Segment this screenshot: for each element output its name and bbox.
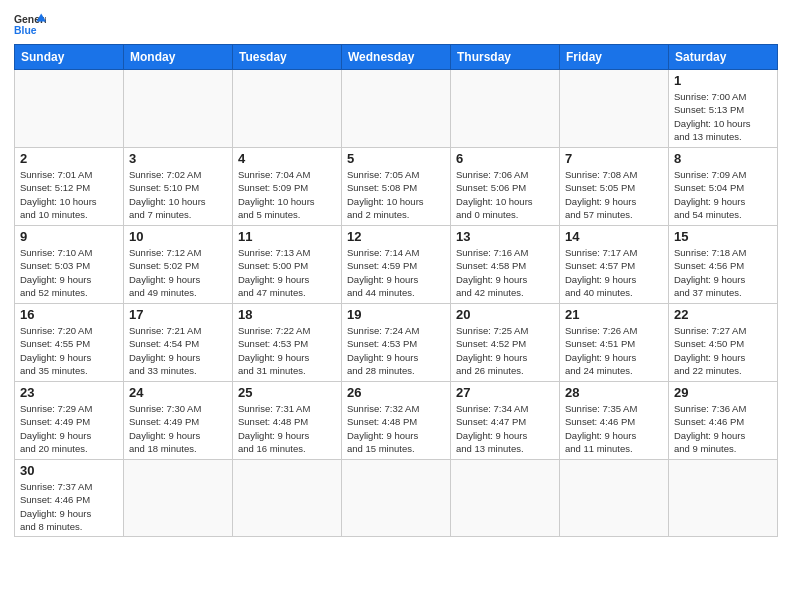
day-info: Sunrise: 7:24 AMSunset: 4:53 PMDaylight:… [347,324,445,377]
calendar-cell: 10Sunrise: 7:12 AMSunset: 5:02 PMDayligh… [124,226,233,304]
calendar-cell: 22Sunrise: 7:27 AMSunset: 4:50 PMDayligh… [669,304,778,382]
day-number: 1 [674,73,772,88]
calendar-cell [342,460,451,537]
day-number: 22 [674,307,772,322]
day-info: Sunrise: 7:08 AMSunset: 5:05 PMDaylight:… [565,168,663,221]
calendar: SundayMondayTuesdayWednesdayThursdayFrid… [14,44,778,537]
day-number: 3 [129,151,227,166]
day-number: 23 [20,385,118,400]
calendar-cell: 18Sunrise: 7:22 AMSunset: 4:53 PMDayligh… [233,304,342,382]
day-number: 7 [565,151,663,166]
day-number: 29 [674,385,772,400]
day-info: Sunrise: 7:04 AMSunset: 5:09 PMDaylight:… [238,168,336,221]
day-info: Sunrise: 7:18 AMSunset: 4:56 PMDaylight:… [674,246,772,299]
calendar-cell [451,460,560,537]
day-info: Sunrise: 7:14 AMSunset: 4:59 PMDaylight:… [347,246,445,299]
day-number: 4 [238,151,336,166]
day-info: Sunrise: 7:32 AMSunset: 4:48 PMDaylight:… [347,402,445,455]
calendar-cell: 5Sunrise: 7:05 AMSunset: 5:08 PMDaylight… [342,148,451,226]
calendar-cell: 4Sunrise: 7:04 AMSunset: 5:09 PMDaylight… [233,148,342,226]
calendar-cell: 28Sunrise: 7:35 AMSunset: 4:46 PMDayligh… [560,382,669,460]
day-number: 15 [674,229,772,244]
calendar-cell [669,460,778,537]
calendar-cell [560,70,669,148]
weekday-wednesday: Wednesday [342,45,451,70]
calendar-cell: 12Sunrise: 7:14 AMSunset: 4:59 PMDayligh… [342,226,451,304]
day-info: Sunrise: 7:37 AMSunset: 4:46 PMDaylight:… [20,480,118,533]
day-info: Sunrise: 7:20 AMSunset: 4:55 PMDaylight:… [20,324,118,377]
day-number: 26 [347,385,445,400]
day-info: Sunrise: 7:13 AMSunset: 5:00 PMDaylight:… [238,246,336,299]
day-number: 28 [565,385,663,400]
week-row-3: 9Sunrise: 7:10 AMSunset: 5:03 PMDaylight… [15,226,778,304]
svg-text:Blue: Blue [14,25,37,36]
day-info: Sunrise: 7:31 AMSunset: 4:48 PMDaylight:… [238,402,336,455]
calendar-cell: 20Sunrise: 7:25 AMSunset: 4:52 PMDayligh… [451,304,560,382]
day-number: 25 [238,385,336,400]
day-number: 11 [238,229,336,244]
header: General Blue [14,10,778,38]
calendar-cell: 23Sunrise: 7:29 AMSunset: 4:49 PMDayligh… [15,382,124,460]
week-row-1: 1Sunrise: 7:00 AMSunset: 5:13 PMDaylight… [15,70,778,148]
weekday-friday: Friday [560,45,669,70]
day-number: 30 [20,463,118,478]
day-number: 2 [20,151,118,166]
calendar-cell: 9Sunrise: 7:10 AMSunset: 5:03 PMDaylight… [15,226,124,304]
calendar-cell: 17Sunrise: 7:21 AMSunset: 4:54 PMDayligh… [124,304,233,382]
day-info: Sunrise: 7:01 AMSunset: 5:12 PMDaylight:… [20,168,118,221]
calendar-cell [233,70,342,148]
calendar-cell [124,70,233,148]
day-number: 8 [674,151,772,166]
day-number: 20 [456,307,554,322]
day-info: Sunrise: 7:34 AMSunset: 4:47 PMDaylight:… [456,402,554,455]
weekday-header-row: SundayMondayTuesdayWednesdayThursdayFrid… [15,45,778,70]
calendar-cell: 16Sunrise: 7:20 AMSunset: 4:55 PMDayligh… [15,304,124,382]
calendar-cell: 24Sunrise: 7:30 AMSunset: 4:49 PMDayligh… [124,382,233,460]
calendar-cell [124,460,233,537]
day-info: Sunrise: 7:25 AMSunset: 4:52 PMDaylight:… [456,324,554,377]
day-info: Sunrise: 7:36 AMSunset: 4:46 PMDaylight:… [674,402,772,455]
day-number: 24 [129,385,227,400]
calendar-cell: 11Sunrise: 7:13 AMSunset: 5:00 PMDayligh… [233,226,342,304]
weekday-thursday: Thursday [451,45,560,70]
day-number: 6 [456,151,554,166]
calendar-cell: 8Sunrise: 7:09 AMSunset: 5:04 PMDaylight… [669,148,778,226]
day-info: Sunrise: 7:22 AMSunset: 4:53 PMDaylight:… [238,324,336,377]
calendar-cell: 6Sunrise: 7:06 AMSunset: 5:06 PMDaylight… [451,148,560,226]
week-row-5: 23Sunrise: 7:29 AMSunset: 4:49 PMDayligh… [15,382,778,460]
calendar-cell: 13Sunrise: 7:16 AMSunset: 4:58 PMDayligh… [451,226,560,304]
weekday-tuesday: Tuesday [233,45,342,70]
calendar-cell: 30Sunrise: 7:37 AMSunset: 4:46 PMDayligh… [15,460,124,537]
calendar-cell [560,460,669,537]
weekday-sunday: Sunday [15,45,124,70]
week-row-4: 16Sunrise: 7:20 AMSunset: 4:55 PMDayligh… [15,304,778,382]
calendar-cell [233,460,342,537]
calendar-cell: 21Sunrise: 7:26 AMSunset: 4:51 PMDayligh… [560,304,669,382]
day-info: Sunrise: 7:26 AMSunset: 4:51 PMDaylight:… [565,324,663,377]
day-number: 14 [565,229,663,244]
weekday-saturday: Saturday [669,45,778,70]
day-number: 18 [238,307,336,322]
week-row-2: 2Sunrise: 7:01 AMSunset: 5:12 PMDaylight… [15,148,778,226]
day-number: 17 [129,307,227,322]
calendar-cell: 3Sunrise: 7:02 AMSunset: 5:10 PMDaylight… [124,148,233,226]
calendar-cell [15,70,124,148]
day-info: Sunrise: 7:16 AMSunset: 4:58 PMDaylight:… [456,246,554,299]
page: General Blue SundayMondayTuesdayWednesda… [0,0,792,612]
logo: General Blue [14,10,46,38]
day-info: Sunrise: 7:12 AMSunset: 5:02 PMDaylight:… [129,246,227,299]
day-number: 5 [347,151,445,166]
day-info: Sunrise: 7:21 AMSunset: 4:54 PMDaylight:… [129,324,227,377]
calendar-cell: 15Sunrise: 7:18 AMSunset: 4:56 PMDayligh… [669,226,778,304]
day-number: 10 [129,229,227,244]
day-number: 21 [565,307,663,322]
calendar-cell [451,70,560,148]
calendar-cell: 25Sunrise: 7:31 AMSunset: 4:48 PMDayligh… [233,382,342,460]
day-info: Sunrise: 7:27 AMSunset: 4:50 PMDaylight:… [674,324,772,377]
day-info: Sunrise: 7:17 AMSunset: 4:57 PMDaylight:… [565,246,663,299]
day-info: Sunrise: 7:05 AMSunset: 5:08 PMDaylight:… [347,168,445,221]
day-number: 13 [456,229,554,244]
day-info: Sunrise: 7:00 AMSunset: 5:13 PMDaylight:… [674,90,772,143]
calendar-cell: 27Sunrise: 7:34 AMSunset: 4:47 PMDayligh… [451,382,560,460]
week-row-6: 30Sunrise: 7:37 AMSunset: 4:46 PMDayligh… [15,460,778,537]
